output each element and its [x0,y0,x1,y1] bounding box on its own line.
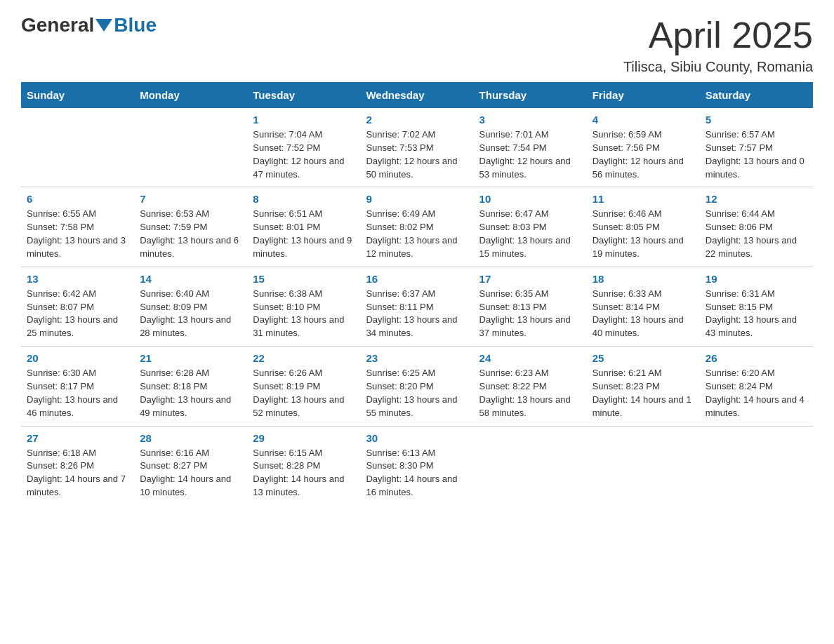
calendar-cell: 17Sunrise: 6:35 AMSunset: 8:13 PMDayligh… [474,267,587,346]
calendar-cell: 29Sunrise: 6:15 AMSunset: 8:28 PMDayligh… [247,426,360,505]
calendar-cell: 5Sunrise: 6:57 AMSunset: 7:57 PMDaylight… [700,108,813,187]
day-number: 18 [593,273,694,285]
day-number: 9 [366,193,468,205]
day-info: Sunrise: 6:20 AMSunset: 8:24 PMDaylight:… [706,367,807,420]
calendar-cell: 4Sunrise: 6:59 AMSunset: 7:56 PMDaylight… [587,108,700,187]
calendar-cell: 18Sunrise: 6:33 AMSunset: 8:14 PMDayligh… [587,267,700,346]
calendar-cell: 1Sunrise: 7:04 AMSunset: 7:52 PMDaylight… [247,108,360,187]
day-number: 25 [593,352,694,364]
day-number: 16 [366,273,468,285]
day-info: Sunrise: 6:35 AMSunset: 8:13 PMDaylight:… [479,288,581,340]
month-title: April 2025 [623,14,813,56]
calendar-cell [587,426,700,505]
day-info: Sunrise: 6:15 AMSunset: 8:28 PMDaylight:… [253,447,355,499]
calendar-cell: 14Sunrise: 6:40 AMSunset: 8:09 PMDayligh… [134,267,247,346]
calendar-cell: 30Sunrise: 6:13 AMSunset: 8:30 PMDayligh… [360,426,473,505]
calendar-cell: 22Sunrise: 6:26 AMSunset: 8:19 PMDayligh… [247,347,360,426]
day-info: Sunrise: 6:28 AMSunset: 8:18 PMDaylight:… [140,367,241,420]
day-number: 11 [593,193,694,205]
day-number: 19 [706,273,807,285]
day-info: Sunrise: 6:44 AMSunset: 8:06 PMDaylight:… [706,208,807,260]
day-number: 20 [27,352,128,364]
calendar-cell: 15Sunrise: 6:38 AMSunset: 8:10 PMDayligh… [247,267,360,346]
day-number: 5 [706,114,807,126]
day-number: 7 [140,193,241,205]
weekday-header-monday: Monday [134,82,247,108]
calendar-cell [474,426,587,505]
day-number: 1 [253,114,355,126]
calendar-cell: 9Sunrise: 6:49 AMSunset: 8:02 PMDaylight… [360,187,473,267]
day-info: Sunrise: 7:02 AMSunset: 7:53 PMDaylight:… [366,128,468,181]
day-number: 15 [253,273,355,285]
logo-general-text: General [21,14,94,36]
day-info: Sunrise: 6:26 AMSunset: 8:19 PMDaylight:… [253,367,355,420]
day-number: 12 [706,193,807,205]
day-info: Sunrise: 6:55 AMSunset: 7:58 PMDaylight:… [27,208,128,260]
week-row-3: 13Sunrise: 6:42 AMSunset: 8:07 PMDayligh… [21,267,813,346]
calendar-cell: 12Sunrise: 6:44 AMSunset: 8:06 PMDayligh… [700,187,813,267]
day-number: 2 [366,114,468,126]
weekday-header-wednesday: Wednesday [360,82,473,108]
day-number: 14 [140,273,241,285]
week-row-1: 1Sunrise: 7:04 AMSunset: 7:52 PMDaylight… [21,108,813,187]
calendar-cell: 8Sunrise: 6:51 AMSunset: 8:01 PMDaylight… [247,187,360,267]
calendar-cell: 26Sunrise: 6:20 AMSunset: 8:24 PMDayligh… [700,347,813,426]
day-info: Sunrise: 7:01 AMSunset: 7:54 PMDaylight:… [479,128,581,181]
title-block: April 2025 Tilisca, Sibiu County, Romani… [623,14,813,75]
day-info: Sunrise: 6:53 AMSunset: 7:59 PMDaylight:… [140,208,241,260]
day-number: 6 [27,193,128,205]
day-number: 13 [27,273,128,285]
day-info: Sunrise: 6:37 AMSunset: 8:11 PMDaylight:… [366,288,468,340]
calendar-cell: 21Sunrise: 6:28 AMSunset: 8:18 PMDayligh… [134,347,247,426]
day-number: 24 [479,352,581,364]
weekday-header-saturday: Saturday [700,82,813,108]
calendar-cell: 13Sunrise: 6:42 AMSunset: 8:07 PMDayligh… [21,267,134,346]
day-info: Sunrise: 6:49 AMSunset: 8:02 PMDaylight:… [366,208,468,260]
day-number: 26 [706,352,807,364]
page-header: General Blue April 2025 Tilisca, Sibiu C… [21,14,813,75]
calendar-cell: 11Sunrise: 6:46 AMSunset: 8:05 PMDayligh… [587,187,700,267]
calendar-cell [21,108,134,187]
day-info: Sunrise: 6:47 AMSunset: 8:03 PMDaylight:… [479,208,581,260]
day-info: Sunrise: 6:57 AMSunset: 7:57 PMDaylight:… [706,128,807,181]
calendar-cell: 24Sunrise: 6:23 AMSunset: 8:22 PMDayligh… [474,347,587,426]
calendar-cell: 7Sunrise: 6:53 AMSunset: 7:59 PMDaylight… [134,187,247,267]
day-info: Sunrise: 6:51 AMSunset: 8:01 PMDaylight:… [253,208,355,260]
calendar-cell: 23Sunrise: 6:25 AMSunset: 8:20 PMDayligh… [360,347,473,426]
weekday-header-sunday: Sunday [21,82,134,108]
calendar-cell: 2Sunrise: 7:02 AMSunset: 7:53 PMDaylight… [360,108,473,187]
day-number: 27 [27,432,128,444]
calendar-cell: 28Sunrise: 6:16 AMSunset: 8:27 PMDayligh… [134,426,247,505]
day-info: Sunrise: 6:33 AMSunset: 8:14 PMDaylight:… [593,288,694,340]
location: Tilisca, Sibiu County, Romania [623,59,813,75]
day-info: Sunrise: 6:42 AMSunset: 8:07 PMDaylight:… [27,288,128,340]
calendar-cell: 16Sunrise: 6:37 AMSunset: 8:11 PMDayligh… [360,267,473,346]
day-number: 17 [479,273,581,285]
weekday-header-tuesday: Tuesday [247,82,360,108]
day-number: 4 [593,114,694,126]
day-info: Sunrise: 6:46 AMSunset: 8:05 PMDaylight:… [593,208,694,260]
calendar-table: SundayMondayTuesdayWednesdayThursdayFrid… [21,82,813,505]
calendar-cell: 3Sunrise: 7:01 AMSunset: 7:54 PMDaylight… [474,108,587,187]
day-number: 29 [253,432,355,444]
weekday-header-friday: Friday [587,82,700,108]
day-number: 3 [479,114,581,126]
week-row-5: 27Sunrise: 6:18 AMSunset: 8:26 PMDayligh… [21,426,813,505]
day-info: Sunrise: 6:31 AMSunset: 8:15 PMDaylight:… [706,288,807,340]
day-number: 30 [366,432,468,444]
logo-blue-text: Blue [114,14,157,36]
calendar-cell: 10Sunrise: 6:47 AMSunset: 8:03 PMDayligh… [474,187,587,267]
day-number: 23 [366,352,468,364]
calendar-cell [134,108,247,187]
day-info: Sunrise: 6:13 AMSunset: 8:30 PMDaylight:… [366,447,468,499]
logo: General Blue [21,14,157,36]
day-info: Sunrise: 6:38 AMSunset: 8:10 PMDaylight:… [253,288,355,340]
day-number: 21 [140,352,241,364]
logo-arrow-icon [95,19,112,32]
calendar-cell: 6Sunrise: 6:55 AMSunset: 7:58 PMDaylight… [21,187,134,267]
day-info: Sunrise: 6:18 AMSunset: 8:26 PMDaylight:… [27,447,128,499]
calendar-cell: 20Sunrise: 6:30 AMSunset: 8:17 PMDayligh… [21,347,134,426]
weekday-header-row: SundayMondayTuesdayWednesdayThursdayFrid… [21,82,813,108]
day-info: Sunrise: 6:16 AMSunset: 8:27 PMDaylight:… [140,447,241,499]
day-info: Sunrise: 6:59 AMSunset: 7:56 PMDaylight:… [593,128,694,181]
